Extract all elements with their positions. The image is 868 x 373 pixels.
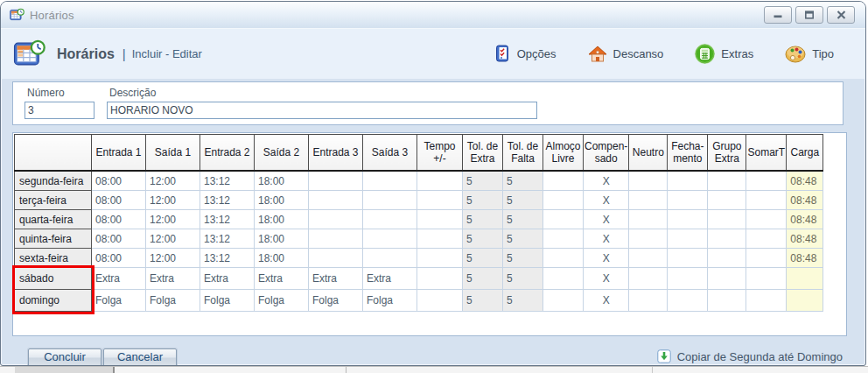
table-cell[interactable]	[309, 229, 363, 249]
table-cell[interactable]	[417, 290, 463, 312]
table-cell[interactable]	[746, 191, 787, 210]
table-cell[interactable]: 12:00	[146, 210, 200, 229]
table-cell[interactable]	[417, 249, 463, 268]
table-cell[interactable]	[746, 249, 787, 268]
table-cell[interactable]	[668, 290, 708, 312]
table-cell[interactable]	[668, 171, 708, 191]
table-cell[interactable]: 08:00	[92, 229, 146, 249]
table-cell[interactable]: 08:48	[787, 249, 823, 268]
table-cell[interactable]	[363, 210, 417, 229]
table-cell[interactable]: 5	[463, 268, 503, 290]
table-cell[interactable]: 12:00	[146, 229, 200, 249]
table-cell[interactable]	[708, 229, 746, 249]
table-cell[interactable]: 08:48	[787, 210, 823, 229]
extras-button[interactable]: Extras	[695, 44, 753, 64]
table-cell[interactable]: Extra	[255, 268, 309, 290]
table-cell[interactable]	[543, 249, 584, 268]
table-cell[interactable]: 5	[503, 171, 543, 191]
table-cell[interactable]: Extra	[363, 268, 417, 290]
cancelar-button[interactable]: Cancelar	[103, 348, 177, 366]
table-cell[interactable]: 18:00	[255, 191, 309, 210]
table-cell[interactable]: 5	[503, 290, 543, 312]
table-cell[interactable]: 13:12	[200, 191, 255, 210]
table-cell[interactable]	[629, 171, 668, 191]
table-cell[interactable]: 08:00	[92, 210, 146, 229]
table-cell[interactable]: 13:12	[200, 171, 255, 191]
table-cell[interactable]: Extra	[309, 268, 363, 290]
row-header[interactable]: terça-feira	[15, 191, 92, 210]
table-cell[interactable]	[668, 249, 708, 268]
table-cell[interactable]: Extra	[146, 268, 200, 290]
table-cell[interactable]	[543, 191, 584, 210]
table-cell[interactable]: Folga	[200, 290, 255, 312]
table-cell[interactable]	[417, 210, 463, 229]
table-cell[interactable]	[708, 171, 746, 191]
table-cell[interactable]	[708, 191, 746, 210]
table-cell[interactable]	[708, 210, 746, 229]
table-cell[interactable]	[668, 210, 708, 229]
row-header[interactable]: quarta-feira	[15, 210, 92, 229]
row-header[interactable]: quinta-feira	[15, 229, 92, 249]
table-cell[interactable]	[543, 171, 584, 191]
table-cell[interactable]: X	[584, 229, 629, 249]
table-cell[interactable]	[309, 210, 363, 229]
table-cell[interactable]: Extra	[92, 268, 146, 290]
table-cell[interactable]: 13:12	[200, 210, 255, 229]
table-cell[interactable]: X	[584, 191, 629, 210]
tipo-button[interactable]: Tipo	[785, 46, 834, 63]
table-cell[interactable]	[668, 229, 708, 249]
table-cell[interactable]	[629, 191, 668, 210]
table-cell[interactable]: 13:12	[200, 249, 255, 268]
table-cell[interactable]: 5	[463, 290, 503, 312]
table-cell[interactable]: 5	[503, 191, 543, 210]
table-cell[interactable]	[787, 290, 823, 312]
table-cell[interactable]	[363, 229, 417, 249]
table-cell[interactable]: Folga	[363, 290, 417, 312]
table-cell[interactable]: 5	[503, 249, 543, 268]
table-cell[interactable]	[363, 249, 417, 268]
table-cell[interactable]: 08:00	[92, 171, 146, 191]
row-header[interactable]: domingo	[15, 290, 92, 312]
table-cell[interactable]	[746, 229, 787, 249]
table-cell[interactable]	[543, 290, 584, 312]
table-cell[interactable]	[417, 191, 463, 210]
table-cell[interactable]: 5	[463, 191, 503, 210]
numero-input[interactable]	[24, 102, 94, 119]
table-cell[interactable]: 5	[503, 210, 543, 229]
table-cell[interactable]: 5	[463, 249, 503, 268]
table-cell[interactable]: X	[584, 249, 629, 268]
table-cell[interactable]	[746, 171, 787, 191]
table-cell[interactable]: 5	[463, 229, 503, 249]
table-cell[interactable]: 08:48	[787, 171, 823, 191]
table-cell[interactable]: 08:00	[92, 249, 146, 268]
table-cell[interactable]	[417, 229, 463, 249]
table-cell[interactable]: Folga	[309, 290, 363, 312]
table-cell[interactable]: 12:00	[146, 191, 200, 210]
table-cell[interactable]: 13:12	[200, 229, 255, 249]
table-cell[interactable]	[746, 290, 787, 312]
table-cell[interactable]: 18:00	[255, 249, 309, 268]
table-cell[interactable]: X	[584, 171, 629, 191]
table-cell[interactable]	[629, 210, 668, 229]
table-cell[interactable]: X	[584, 268, 629, 290]
table-cell[interactable]: Folga	[146, 290, 200, 312]
table-cell[interactable]	[309, 191, 363, 210]
table-cell[interactable]	[543, 268, 584, 290]
row-header[interactable]: sábado	[15, 268, 92, 290]
table-cell[interactable]: X	[584, 210, 629, 229]
close-button[interactable]	[827, 6, 855, 24]
table-cell[interactable]	[309, 249, 363, 268]
table-cell[interactable]: 08:48	[787, 191, 823, 210]
table-cell[interactable]	[708, 249, 746, 268]
concluir-button[interactable]: Concluir	[28, 348, 102, 366]
table-cell[interactable]: 18:00	[255, 171, 309, 191]
table-cell[interactable]: Folga	[255, 290, 309, 312]
table-cell[interactable]: 5	[503, 268, 543, 290]
table-cell[interactable]	[746, 210, 787, 229]
table-cell[interactable]: 5	[503, 229, 543, 249]
copy-monday-to-sunday-button[interactable]: Copiar de Segunda até Domingo	[657, 349, 843, 363]
table-cell[interactable]	[708, 268, 746, 290]
table-cell[interactable]	[629, 290, 668, 312]
table-cell[interactable]	[543, 210, 584, 229]
descricao-input[interactable]	[107, 102, 537, 119]
